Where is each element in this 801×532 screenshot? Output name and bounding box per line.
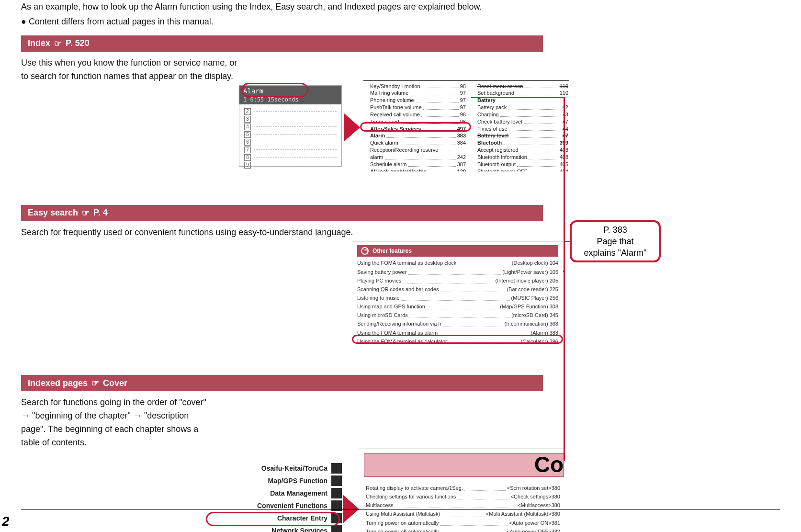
leader-dots <box>403 276 494 283</box>
index-entry: Schedule alarm387 <box>370 161 466 168</box>
phone-title: Alarm <box>239 86 341 96</box>
index-entry: Phone ring volume97 <box>370 97 466 104</box>
index-entry-text: Bluetooth <box>477 139 502 147</box>
phone-statusbar: 1 6:55 15seconds <box>239 96 341 104</box>
list-dashes <box>254 149 337 150</box>
connector-line <box>471 97 565 98</box>
leader-dots <box>427 302 498 309</box>
entry-text: Turning power off automatically <box>366 527 439 532</box>
entry-tag: (microSD Card) 345 <box>511 311 558 319</box>
entry-tag: (Light/Power saver) 105 <box>502 268 558 276</box>
entry-text: Using the FOMA terminal as calculator <box>357 337 447 346</box>
index-entry: Quick alarm384 <box>370 139 466 147</box>
index-columns: Key/Standby i-motion98Mail ring volume97… <box>363 80 569 171</box>
leader-dots <box>457 492 509 499</box>
entry-text: Checking settings for various functions <box>366 492 456 501</box>
leader-dots <box>386 132 455 138</box>
index-entry-page: 242 <box>457 154 466 161</box>
index-entry-text: Accept registered <box>477 147 519 154</box>
chapter-heading-text: Co <box>534 453 564 477</box>
index-entry: All lock enable/disable120 <box>370 168 466 171</box>
leader-dots <box>400 139 456 145</box>
easy-search-entry: Sending/Receiving information via Ir(Ir … <box>357 319 558 328</box>
index-entry-page: 98 <box>460 83 466 90</box>
entry-text: Rotating display to activate camera/1Seg… <box>366 484 463 492</box>
cover-figure: Osaifu-Keitai/ToruCaMap/GPS FunctionData… <box>21 456 780 532</box>
leader-dots <box>401 294 510 301</box>
leader-dots <box>423 104 459 110</box>
leader-dots <box>440 527 505 532</box>
cover-toc-entry: Checking settings for various functions<… <box>366 492 560 501</box>
leader-dots <box>422 83 459 89</box>
index-entry: Alarm383 <box>370 132 466 139</box>
tab-label: Character Entry <box>277 514 327 522</box>
tab-marker <box>331 463 342 474</box>
leader-dots <box>440 285 506 292</box>
index-entry-text: Reset menu screen <box>477 83 523 90</box>
page-383-callout: P. 383 Page that explains "Alarm" <box>570 220 661 262</box>
list-number-box: 6 <box>244 139 251 146</box>
entry-tag: (Desktop clock) 104 <box>512 259 558 267</box>
leader-dots <box>458 259 510 266</box>
easy-search-entry: Using the FOMA terminal as calculator(Ca… <box>357 337 558 346</box>
index-entry: PushTalk tone volume97 <box>370 104 466 111</box>
connector-line <box>564 241 570 242</box>
leader-dots <box>516 90 558 95</box>
index-entry: Bluetooth399 <box>477 139 568 147</box>
index-entry: Timer sound98 <box>370 118 466 125</box>
entry-text: Listening to music <box>357 294 399 302</box>
page-number: 2 <box>2 514 10 529</box>
section-bar-cover: Indexed pages ☞ Cover <box>21 375 543 391</box>
list-number-box: 3 <box>244 116 251 123</box>
entry-tag: (Map/GPS Function) 308 <box>500 302 558 311</box>
index-entry: Reception/Recording reserve <box>370 147 466 154</box>
entry-tag: (MUSIC Player) 256 <box>511 294 558 302</box>
leader-dots <box>520 147 558 152</box>
entry-text: Scanning QR codes and bar codes <box>357 285 439 294</box>
index-entry-text: Set background <box>477 90 514 97</box>
index-entry-text: All lock enable/disable <box>370 168 427 171</box>
leader-dots <box>408 161 455 167</box>
index-entry: Times of use44 <box>477 125 568 133</box>
section-ref: P. 520 <box>66 38 90 48</box>
easy-search-entry: Playing PC movies(Internet movie player)… <box>357 276 558 285</box>
entry-tag: <Multi Assistant (Multitask)>380 <box>486 509 560 518</box>
index-entry-page: 497 <box>457 125 466 133</box>
phone-list-row: 4 <box>244 124 337 130</box>
section-bar-easy: Easy search ☞ P. 4 <box>21 205 543 221</box>
leader-dots <box>395 501 516 508</box>
index-entry-page: 98 <box>460 118 466 125</box>
entry-text: Saving battery power <box>357 268 406 276</box>
callout-line: explains "Alarm" <box>584 247 647 259</box>
easy-search-entry: Listening to music(MUSIC Player) 256 <box>357 294 558 302</box>
easy-search-entry: Using the FOMA terminal as desktop clock… <box>357 259 558 267</box>
list-dashes <box>254 111 337 112</box>
cover-toc-entry: Turning power on automatically<Auto powe… <box>366 519 560 527</box>
list-number-box: 2 <box>244 108 251 115</box>
list-dashes <box>254 119 337 119</box>
list-number-box: 9 <box>244 162 251 169</box>
index-entry-page: 110 <box>560 83 568 90</box>
tab-label: Osaifu-Keitai/ToruCa <box>261 464 327 472</box>
leader-dots <box>428 168 456 171</box>
section-ref: P. 4 <box>93 208 108 218</box>
leader-dots <box>510 132 561 138</box>
phone-list-row: 9 <box>244 162 337 169</box>
entry-text: Using microSD Cards <box>357 311 408 319</box>
index-entry: Mail ring volume97 <box>370 90 466 97</box>
entry-tag: <Auto power ON>381 <box>509 519 560 527</box>
list-number-box: 5 <box>244 131 251 138</box>
entry-text: Turning power on automatically <box>366 519 439 527</box>
entry-text: Using Multi Assistant (Multitask) <box>366 509 440 518</box>
tab-marker <box>331 525 342 532</box>
index-entry-page: 97 <box>460 97 466 104</box>
leader-dots <box>408 268 501 275</box>
index-entry: Bluetooth output405 <box>477 161 568 168</box>
leader-dots <box>401 118 459 124</box>
index-entry-text: Bluetooth power OFF <box>477 168 528 171</box>
chapter-tab: Data Management <box>208 488 342 498</box>
entry-tag: <Auto power OFF>382 <box>507 527 560 532</box>
cover-toc-entry: Using Multi Assistant (Multitask)<Multi … <box>366 509 560 518</box>
leader-dots <box>449 337 519 344</box>
phone-list-row: 8 <box>244 154 337 161</box>
